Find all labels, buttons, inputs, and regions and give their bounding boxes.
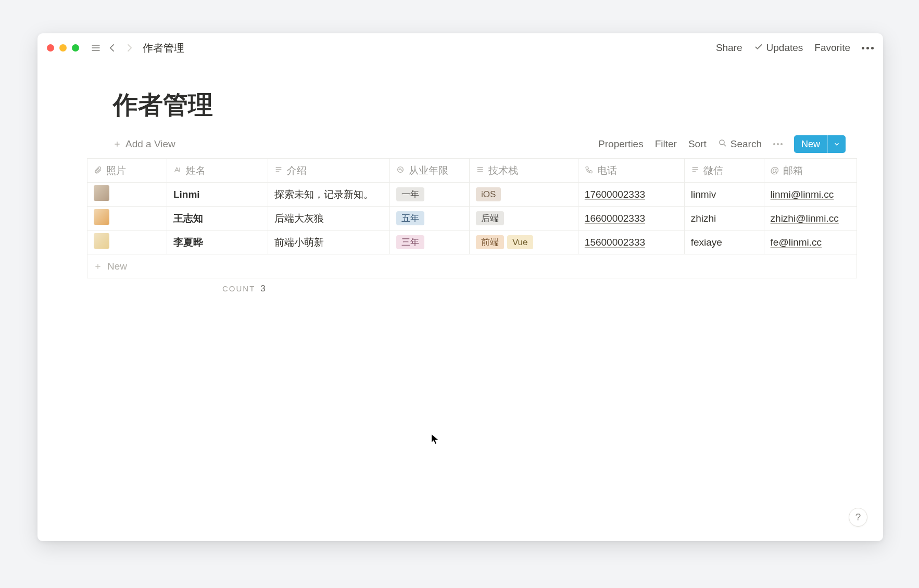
dots-icon: [862, 47, 874, 49]
more-options-button[interactable]: [773, 143, 783, 145]
tag: 五年: [396, 211, 424, 226]
app-window: 作者管理 Share Updates Favorite 作者管理 Add a V…: [37, 33, 883, 541]
more-menu-button[interactable]: [862, 47, 874, 49]
window-traffic-lights: [47, 44, 79, 52]
new-button-dropdown[interactable]: [827, 135, 846, 153]
add-row-button[interactable]: New: [87, 254, 857, 278]
cell-photo[interactable]: [87, 207, 167, 231]
sort-button[interactable]: Sort: [688, 138, 707, 150]
cell-intro[interactable]: 后端大灰狼: [268, 207, 389, 231]
cell-phone[interactable]: 15600002333: [578, 231, 684, 254]
column-label: 电话: [597, 164, 617, 177]
cell-stack[interactable]: 后端: [469, 207, 578, 231]
count-value: 3: [260, 284, 265, 293]
dots-icon: [773, 143, 783, 145]
cell-stack[interactable]: iOS: [469, 183, 578, 207]
column-header-intro[interactable]: 介绍: [268, 159, 389, 183]
column-label: 从业年限: [409, 164, 448, 177]
column-label: 技术栈: [488, 164, 518, 177]
column-header-photo[interactable]: 照片: [87, 159, 167, 183]
add-row-label: New: [107, 261, 127, 272]
share-button[interactable]: Share: [716, 42, 742, 54]
cell-email[interactable]: linmi@linmi.cc: [764, 183, 857, 207]
filter-button[interactable]: Filter: [655, 138, 677, 150]
nav-back-icon[interactable]: [105, 41, 120, 55]
avatar: [94, 209, 109, 225]
table-row[interactable]: 李夏晔前端小萌新三年前端Vue15600002333fexiayefe@linm…: [87, 231, 857, 254]
cell-years[interactable]: 三年: [389, 231, 469, 254]
count-label: COUNT: [222, 284, 255, 293]
column-label: 邮箱: [783, 164, 803, 177]
text-icon: [274, 165, 283, 176]
help-button[interactable]: ?: [849, 508, 867, 527]
tag: 前端: [476, 235, 504, 250]
email-icon: @: [771, 165, 779, 176]
column-header-name[interactable]: 姓名: [167, 159, 268, 183]
tag: 后端: [476, 211, 504, 226]
breadcrumb[interactable]: 作者管理: [143, 41, 184, 55]
column-header-wechat[interactable]: 微信: [684, 159, 764, 183]
new-button-label: New: [794, 139, 827, 150]
search-button[interactable]: Search: [718, 138, 762, 150]
check-icon: [754, 42, 763, 54]
cell-phone[interactable]: 17600002333: [578, 183, 684, 207]
cell-email[interactable]: zhizhi@linmi.cc: [764, 207, 857, 231]
search-label: Search: [731, 138, 762, 150]
cell-years[interactable]: 一年: [389, 183, 469, 207]
updates-label: Updates: [766, 42, 803, 54]
cell-name[interactable]: 王志知: [167, 207, 268, 231]
window-close-button[interactable]: [47, 44, 54, 52]
favorite-button[interactable]: Favorite: [814, 42, 850, 54]
column-label: 微信: [703, 164, 723, 177]
cell-email[interactable]: fe@linmi.cc: [764, 231, 857, 254]
column-label: 姓名: [186, 164, 206, 177]
table-row[interactable]: 王志知后端大灰狼五年后端16600002333zhizhizhizhi@linm…: [87, 207, 857, 231]
nav-forward-icon: [122, 41, 136, 55]
add-view-button[interactable]: Add a View: [113, 138, 175, 150]
column-header-stack[interactable]: 技术栈: [469, 159, 578, 183]
column-header-years[interactable]: 从业年限: [389, 159, 469, 183]
column-label: 照片: [106, 164, 126, 177]
cell-photo[interactable]: [87, 183, 167, 207]
sidebar-toggle-icon[interactable]: [89, 41, 103, 55]
tag: 三年: [396, 235, 424, 250]
cell-intro[interactable]: 前端小萌新: [268, 231, 389, 254]
phone-icon: [585, 165, 593, 176]
search-icon: [718, 138, 727, 150]
avatar: [94, 233, 109, 249]
database-table: 照片 姓名: [87, 158, 857, 294]
cell-intro[interactable]: 探索未知，记录新知。: [268, 183, 389, 207]
cell-name[interactable]: Linmi: [167, 183, 268, 207]
tag: 一年: [396, 187, 424, 202]
tag: Vue: [507, 235, 533, 250]
column-label: 介绍: [287, 164, 307, 177]
page-title: 作者管理: [37, 62, 883, 135]
window-minimize-button[interactable]: [59, 44, 67, 52]
select-icon: [396, 165, 405, 176]
topbar: 作者管理 Share Updates Favorite: [37, 33, 883, 62]
column-header-phone[interactable]: 电话: [578, 159, 684, 183]
cursor-icon: [431, 434, 438, 444]
cell-photo[interactable]: [87, 231, 167, 254]
cell-wechat[interactable]: zhizhi: [684, 207, 764, 231]
window-fullscreen-button[interactable]: [72, 44, 79, 52]
column-header-email[interactable]: @ 邮箱: [764, 159, 857, 183]
title-icon: [173, 165, 182, 176]
properties-button[interactable]: Properties: [598, 138, 644, 150]
updates-button[interactable]: Updates: [754, 42, 803, 54]
count-summary: COUNT 3: [222, 284, 857, 294]
tag: iOS: [476, 187, 501, 202]
cell-wechat[interactable]: fexiaye: [684, 231, 764, 254]
multiselect-icon: [476, 165, 484, 176]
cell-name[interactable]: 李夏晔: [167, 231, 268, 254]
table-row[interactable]: Linmi探索未知，记录新知。一年iOS17600002333linmivlin…: [87, 183, 857, 207]
attachment-icon: [94, 165, 102, 176]
cell-stack[interactable]: 前端Vue: [469, 231, 578, 254]
text-icon: [691, 165, 699, 176]
cell-phone[interactable]: 16600002333: [578, 207, 684, 231]
avatar: [94, 185, 109, 201]
cell-wechat[interactable]: linmiv: [684, 183, 764, 207]
add-view-label: Add a View: [125, 138, 175, 150]
cell-years[interactable]: 五年: [389, 207, 469, 231]
new-button[interactable]: New: [794, 135, 846, 153]
